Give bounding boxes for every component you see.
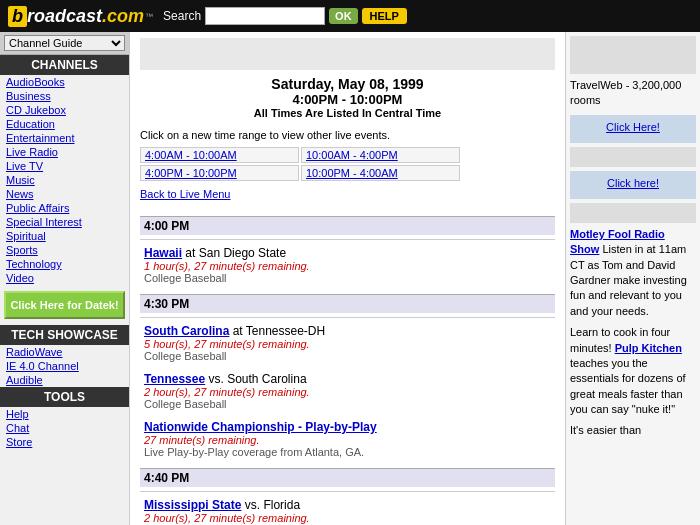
main-content: Saturday, May 08, 1999 4:00PM - 10:00PM … <box>130 32 565 525</box>
click-note: Click on a new time range to view other … <box>140 129 555 141</box>
sidebar-tools-store[interactable]: Store <box>0 435 129 449</box>
event-link-mississippi[interactable]: Mississippi State <box>144 498 241 512</box>
event-time-tennessee: 2 hour(s), 27 minute(s) remaining. <box>144 386 551 398</box>
event-block-nationwide: Nationwide Championship - Play-by-Play 2… <box>140 418 555 460</box>
click-here-2[interactable]: Click here! <box>607 177 659 189</box>
time-link-3[interactable]: 10:00PM - 4:00AM <box>301 165 460 181</box>
main-layout: Channel Guide CHANNELS AudioBooksBusines… <box>0 32 700 525</box>
help-button[interactable]: HELP <box>362 8 407 24</box>
tech-showcase-title: TECH SHOWCASE <box>0 325 129 345</box>
sidebar-channel-news[interactable]: News <box>0 187 129 201</box>
sidebar-channel-technology[interactable]: Technology <box>0 257 129 271</box>
sidebar-channel-live-radio[interactable]: Live Radio <box>0 145 129 159</box>
event-time-nationwide: 27 minute(s) remaining. <box>144 434 551 446</box>
sidebar-tech-ie-4.0-channel[interactable]: IE 4.0 Channel <box>0 359 129 373</box>
event-block-tennessee: Tennessee vs. South Carolina 2 hour(s), … <box>140 370 555 412</box>
ok-button[interactable]: OK <box>329 8 358 24</box>
banner-placeholder-text <box>346 49 349 60</box>
event-title-tennessee: Tennessee vs. South Carolina <box>144 372 551 386</box>
divider-430pm <box>140 317 555 318</box>
travelweb-ad: TravelWeb - 3,200,000 rooms <box>570 78 696 109</box>
event-vs-tennesseeDH: at Tennessee-DH <box>233 324 326 338</box>
click-here-1[interactable]: Click Here! <box>606 121 660 133</box>
sidebar-channel-business[interactable]: Business <box>0 89 129 103</box>
logo-b-icon: b <box>8 6 27 27</box>
event-link-southcarolina[interactable]: South Carolina <box>144 324 229 338</box>
event-title-southcarolina: South Carolina at Tennessee-DH <box>144 324 551 338</box>
tools-links-list: HelpChatStore <box>0 407 129 449</box>
divider-400pm <box>140 239 555 240</box>
sidebar-tools-chat[interactable]: Chat <box>0 421 129 435</box>
sidebar-channel-sports[interactable]: Sports <box>0 243 129 257</box>
event-type-southcarolina: College Baseball <box>144 350 551 362</box>
ad-placeholder-top <box>570 36 696 74</box>
event-vs-southcarolina: vs. South Carolina <box>209 372 307 386</box>
time-link-1[interactable]: 10:00AM - 4:00PM <box>301 147 460 163</box>
event-vs-sandiegostate: at San Diego State <box>185 246 286 260</box>
time-link-2[interactable]: 4:00PM - 10:00PM <box>140 165 299 181</box>
sidebar-channel-education[interactable]: Education <box>0 117 129 131</box>
sidebar-channel-spiritual[interactable]: Spiritual <box>0 229 129 243</box>
event-time-hawaii: 1 hour(s), 27 minute(s) remaining. <box>144 260 551 272</box>
search-input[interactable] <box>205 7 325 25</box>
sidebar-channel-cd-jukebox[interactable]: CD Jukebox <box>0 103 129 117</box>
time-range: 4:00PM - 10:00PM <box>140 92 555 107</box>
motley-fool-ad: Motley Fool Radio Show Listen in at 11am… <box>570 227 696 319</box>
sidebar-tools-help[interactable]: Help <box>0 407 129 421</box>
time-section-430pm: 4:30 PM <box>140 294 555 313</box>
content-header: Saturday, May 08, 1999 4:00PM - 10:00PM … <box>140 76 555 119</box>
event-time-southcarolina: 5 hour(s), 27 minute(s) remaining. <box>144 338 551 350</box>
ad-placeholder-4[interactable]: Click here! <box>570 171 696 199</box>
time-section-440pm: 4:40 PM <box>140 468 555 487</box>
channel-guide-select[interactable]: Channel Guide <box>4 35 125 51</box>
sidebar-ad-datek[interactable]: Click Here for Datek! <box>4 291 125 319</box>
logo-name: roadcast <box>27 6 102 27</box>
sidebar-channel-music[interactable]: Music <box>0 173 129 187</box>
event-vs-florida: vs. Florida <box>245 498 300 512</box>
event-type-nationwide: Live Play-by-Play coverage from Atlanta,… <box>144 446 551 458</box>
sidebar-channel-entertainment[interactable]: Entertainment <box>0 131 129 145</box>
event-title-mississippi: Mississippi State vs. Florida <box>144 498 551 512</box>
sidebar: Channel Guide CHANNELS AudioBooksBusines… <box>0 32 130 525</box>
sidebar-channel-video[interactable]: Video <box>0 271 129 285</box>
divider-440pm <box>140 491 555 492</box>
event-link-nationwide[interactable]: Nationwide Championship - Play-by-Play <box>144 420 377 434</box>
event-link-tennessee[interactable]: Tennessee <box>144 372 205 386</box>
ad-placeholder-2[interactable]: Click Here! <box>570 115 696 143</box>
timezone-note: All Times Are Listed In Central Time <box>140 107 555 119</box>
logo: broadcast.com™ <box>8 6 153 27</box>
pulp-kitchen-body: teaches you the essentials for dozens of… <box>570 357 686 415</box>
event-type-tennessee: College Baseball <box>144 398 551 410</box>
easier-text: It's easier than <box>570 423 696 438</box>
channel-links-list: AudioBooksBusinessCD JukeboxEducationEnt… <box>0 75 129 285</box>
logo-dotcom: .com <box>102 6 144 27</box>
event-type-hawaii: College Baseball <box>144 272 551 284</box>
search-label: Search <box>163 9 201 23</box>
sidebar-tech-radiowave[interactable]: RadioWave <box>0 345 129 359</box>
top-bar: broadcast.com™ Search OK HELP <box>0 0 700 32</box>
sidebar-channel-public-affairs[interactable]: Public Affairs <box>0 201 129 215</box>
event-block-southcarolina: South Carolina at Tennessee-DH 5 hour(s)… <box>140 322 555 364</box>
travelweb-text: TravelWeb - <box>570 79 629 91</box>
time-link-0[interactable]: 4:00AM - 10:00AM <box>140 147 299 163</box>
tools-section-title: TOOLS <box>0 387 129 407</box>
ad-placeholder-3 <box>570 147 696 167</box>
date-title: Saturday, May 08, 1999 <box>140 76 555 92</box>
sidebar-channel-audiobooks[interactable]: AudioBooks <box>0 75 129 89</box>
tech-links-list: RadioWaveIE 4.0 ChannelAudible <box>0 345 129 387</box>
event-title-nationwide: Nationwide Championship - Play-by-Play <box>144 420 551 434</box>
sidebar-channel-special-interest[interactable]: Special Interest <box>0 215 129 229</box>
sidebar-channel-live-tv[interactable]: Live TV <box>0 159 129 173</box>
event-title-hawaii: Hawaii at San Diego State <box>144 246 551 260</box>
header-banner <box>140 38 555 70</box>
logo-tm: ™ <box>145 12 153 21</box>
channels-section-title: CHANNELS <box>0 55 129 75</box>
sidebar-tech-audible[interactable]: Audible <box>0 373 129 387</box>
event-link-hawaii[interactable]: Hawaii <box>144 246 182 260</box>
right-ad-column: TravelWeb - 3,200,000 rooms Click Here! … <box>565 32 700 525</box>
event-block-hawaii: Hawaii at San Diego State 1 hour(s), 27 … <box>140 244 555 286</box>
back-to-live-menu-link[interactable]: Back to Live Menu <box>140 188 231 200</box>
ad-placeholder-5 <box>570 203 696 223</box>
pulp-kitchen-link[interactable]: Pulp Kitchen <box>615 342 682 354</box>
event-block-mississippi: Mississippi State vs. Florida 2 hour(s),… <box>140 496 555 525</box>
